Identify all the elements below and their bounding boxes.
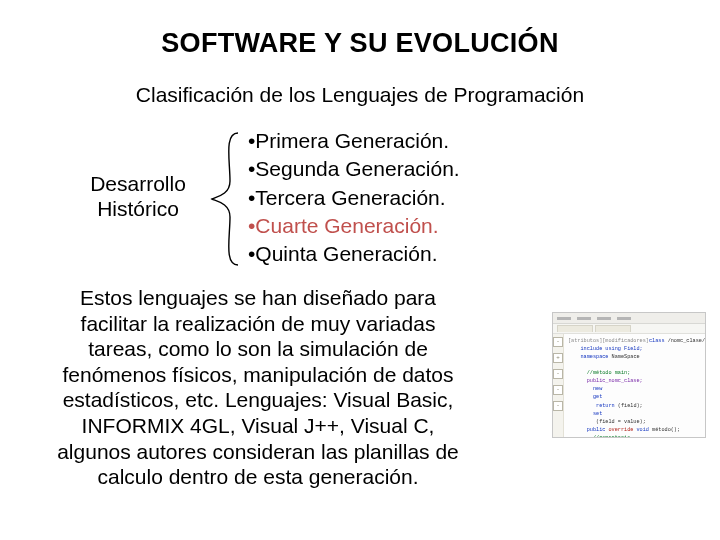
bullet-text: Quinta Generación.: [255, 242, 437, 265]
category-label-line2: Histórico: [97, 197, 179, 220]
code-token: /nomc_clase/ [:claseBase]: [665, 338, 706, 344]
page-title: SOFTWARE Y SU EVOLUCIÓN: [0, 28, 720, 59]
bullet-text: Primera Generación.: [255, 129, 449, 152]
list-item: •Tercera Generación.: [248, 184, 460, 212]
code-token: public_nomc_clase;: [568, 378, 643, 384]
code-token: class: [649, 338, 665, 344]
code-token: set: [568, 411, 602, 417]
code-token: //comentario: [568, 435, 630, 438]
page-subtitle: Clasificación de los Lenguajes de Progra…: [0, 83, 720, 107]
code-token: override: [605, 427, 633, 433]
code-token: return: [568, 403, 615, 409]
code-token: //método main;: [568, 370, 630, 376]
editor-menubar: [553, 313, 705, 324]
bullet-text: Tercera Generación.: [255, 186, 445, 209]
code-token: NameSpace: [608, 354, 639, 360]
code-token: get: [568, 394, 602, 400]
brace-icon: [210, 131, 240, 267]
editor-tab: [557, 325, 593, 332]
code-token: (field);: [615, 403, 643, 409]
list-item: •Primera Generación.: [248, 127, 460, 155]
list-item-highlight: •Cuarte Generación.: [248, 212, 460, 240]
code-token: método();: [649, 427, 680, 433]
category-label-line1: Desarrollo: [90, 172, 186, 195]
bullet-list: •Primera Generación. •Segunda Generación…: [248, 127, 460, 269]
fold-gutter: -+---: [553, 334, 564, 438]
code-editor-thumbnail: -+--- [atributos][modificadores]class /n…: [552, 312, 706, 438]
code-token: [atributos][modificadores]: [568, 338, 649, 344]
description-paragraph: Estos lenguajes se han diseñado para fac…: [48, 285, 468, 490]
code-token: (field = value);: [568, 419, 646, 425]
bullet-text: Segunda Generación.: [255, 157, 459, 180]
code-token: void: [633, 427, 649, 433]
code-area: [atributos][modificadores]class /nomc_cl…: [564, 334, 706, 438]
category-label: Desarrollo Histórico: [78, 171, 198, 221]
code-token: include using Field;: [568, 346, 643, 352]
list-item: •Segunda Generación.: [248, 155, 460, 183]
editor-tabbar: [553, 324, 705, 334]
code-token: public: [568, 427, 605, 433]
code-token: namespace: [568, 354, 608, 360]
list-item: •Quinta Generación.: [248, 240, 460, 268]
bullet-text: Cuarte Generación.: [255, 214, 438, 237]
editor-tab: [595, 325, 631, 332]
code-token: new: [568, 386, 602, 392]
diagram-row: Desarrollo Histórico •Primera Generación…: [0, 125, 720, 275]
